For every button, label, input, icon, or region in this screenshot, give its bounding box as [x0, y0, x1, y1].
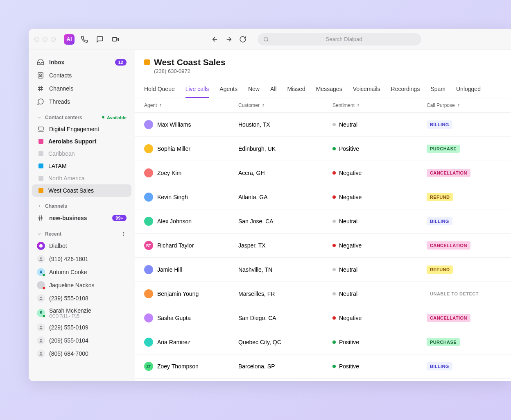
back-button[interactable] — [209, 34, 221, 45]
purpose-badge: UNABLE TO DETECT — [427, 290, 482, 298]
recent-item[interactable]: (805) 684-7000 — [32, 347, 131, 360]
svg-line-12 — [39, 215, 40, 221]
contact-center-item[interactable]: Digital Engagement — [32, 123, 131, 135]
sentiment-cell: Neutral — [332, 121, 427, 128]
tab-hold-queue[interactable]: Hold Queue — [144, 82, 175, 98]
column-header-agent[interactable]: Agent — [144, 102, 238, 108]
traffic-light-maximize[interactable] — [51, 37, 56, 42]
channels-section-header[interactable]: Channels — [32, 201, 131, 211]
table-row[interactable]: Kevin Singh Atlanta, GA Negative REFUND — [135, 185, 511, 209]
svg-point-15 — [123, 234, 124, 234]
agent-name: Sasha Gupta — [157, 315, 191, 321]
phone-number: (238) 630-0972 — [154, 68, 502, 74]
recent-item[interactable]: (239) 555-0108 — [32, 292, 131, 305]
tab-messages[interactable]: Messages — [316, 82, 342, 98]
column-header-sentiment[interactable]: Sentiment — [332, 102, 427, 108]
contact-center-color-icon — [144, 59, 150, 65]
tab-unlogged[interactable]: Unlogged — [456, 82, 481, 98]
phone-icon[interactable] — [79, 34, 90, 45]
sidebar-item-label: Threads — [49, 98, 127, 105]
recent-item[interactable]: Dialbot — [32, 239, 131, 252]
search-bar[interactable] — [258, 33, 421, 45]
tab-spam[interactable]: Spam — [430, 82, 445, 98]
contact-center-item[interactable]: West Coast Sales — [32, 184, 131, 197]
table-row[interactable]: Alex Johnson San Jose, CA Neutral BILLIN… — [135, 209, 511, 234]
chevron-down-icon — [37, 232, 42, 236]
svg-point-14 — [123, 232, 124, 233]
agent-cell: ZT Zoey Thompson — [144, 362, 238, 371]
purpose-cell: CANCELLATION — [427, 241, 502, 250]
agent-cell: Kevin Singh — [144, 193, 238, 202]
tab-live-calls[interactable]: Live calls — [185, 82, 209, 98]
badge: 12 — [115, 59, 127, 66]
tab-missed[interactable]: Missed — [287, 82, 305, 98]
forward-button[interactable] — [223, 34, 235, 45]
sidebar-item-inbox[interactable]: Inbox12 — [32, 56, 131, 69]
laptop-icon — [38, 126, 44, 132]
table-row[interactable]: Sophia Miller Edinburgh, UK Positive PUR… — [135, 137, 511, 161]
tab-agents[interactable]: Agents — [219, 82, 237, 98]
channel-item[interactable]: new-business99+ — [32, 211, 131, 225]
recent-item[interactable]: (229) 555-0109 — [32, 321, 131, 334]
table-row[interactable]: Sasha Gupta San Diego, CA Negative CANCE… — [135, 306, 511, 330]
recent-header[interactable]: Recent — [32, 229, 131, 239]
contact-centers-header[interactable]: Contact centers Available — [32, 112, 131, 123]
table-header: AgentCustomerSentimentCall Purpose — [135, 98, 511, 113]
tab-new[interactable]: New — [248, 82, 260, 98]
recent-item[interactable]: Jaqueline Nackos — [32, 279, 131, 292]
agent-cell: Sasha Gupta — [144, 313, 238, 322]
sidebar-item-threads[interactable]: Threads — [32, 95, 131, 108]
purpose-cell: BILLING — [427, 362, 502, 370]
sidebar-item-contacts[interactable]: Contacts — [32, 69, 131, 82]
agent-cell: Aria Ramirez — [144, 338, 238, 347]
sentiment-label: Neutral — [339, 291, 357, 297]
threads-icon — [37, 98, 44, 105]
recent-label: (239) 555-0108 — [49, 295, 88, 302]
table-row[interactable]: Benjamin Young Marseilles, FR Neutral UN… — [135, 282, 511, 306]
column-header-call-purpose[interactable]: Call Purpose — [427, 102, 502, 108]
color-square-icon — [38, 176, 43, 181]
purpose-badge: CANCELLATION — [427, 314, 470, 322]
recent-item[interactable]: SSarah McKenzieOOO 7/11 - 7/15 — [32, 305, 131, 321]
contact-center-label: North America — [48, 175, 85, 182]
availability-status[interactable]: Available — [101, 115, 127, 120]
refresh-button[interactable] — [237, 34, 249, 45]
message-icon[interactable] — [94, 34, 106, 45]
sidebar-item-channels[interactable]: Channels — [32, 82, 131, 95]
contact-center-item[interactable]: LATAM — [32, 160, 131, 172]
recent-item[interactable]: AAutumn Cooke — [32, 266, 131, 279]
tab-recordings[interactable]: Recordings — [391, 82, 420, 98]
sentiment-dot-icon — [332, 268, 336, 271]
traffic-light-minimize[interactable] — [43, 37, 47, 42]
contact-center-item[interactable]: North America — [32, 172, 131, 184]
agent-name: Zoey Kim — [157, 170, 181, 176]
avatar — [144, 144, 153, 153]
video-icon[interactable] — [110, 34, 121, 45]
sentiment-dot-icon — [332, 171, 336, 175]
column-header-customer[interactable]: Customer — [238, 102, 332, 108]
sentiment-label: Positive — [339, 339, 359, 345]
table-row[interactable]: Jamie Hill Nashville, TN Neutral REFUND — [135, 258, 511, 282]
table-row[interactable]: Max Williams Houston, TX Neutral BILLING — [135, 113, 511, 137]
purpose-badge: BILLING — [427, 120, 452, 129]
tab-voicemails[interactable]: Voicemails — [353, 82, 380, 98]
section-label: Channels — [45, 203, 67, 209]
table-row[interactable]: Zoey Kim Accra, GH Negative CANCELLATION — [135, 161, 511, 185]
tab-all[interactable]: All — [270, 82, 277, 98]
bell-icon — [101, 116, 105, 120]
recent-item[interactable]: (209) 555-0104 — [32, 334, 131, 347]
sentiment-dot-icon — [332, 292, 336, 295]
more-icon[interactable] — [121, 231, 127, 237]
agent-name: Richard Taylor — [157, 242, 194, 249]
table-row[interactable]: RT Richard Taylor Jasper, TX Negative CA… — [135, 234, 511, 258]
table-row[interactable]: Aria Ramirez Quebec City, QC Positive PU… — [135, 330, 511, 354]
contact-center-item[interactable]: Aerolabs Support — [32, 135, 131, 148]
recent-item[interactable]: (919) 426-1801 — [32, 252, 131, 266]
traffic-light-close[interactable] — [34, 37, 39, 42]
sentiment-dot-icon — [332, 341, 336, 344]
contact-center-item[interactable]: Caribbean — [32, 148, 131, 160]
avatar — [144, 313, 153, 322]
search-input[interactable] — [272, 36, 416, 42]
agent-name: Zoey Thompson — [157, 363, 199, 370]
table-row[interactable]: ZT Zoey Thompson Barcelona, SP Positive … — [135, 354, 511, 379]
